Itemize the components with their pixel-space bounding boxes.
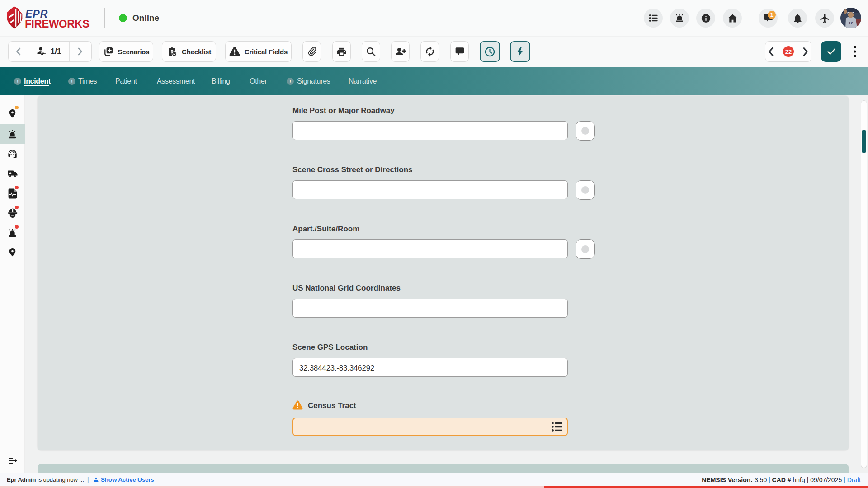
svg-text:12: 12 [849, 21, 853, 25]
